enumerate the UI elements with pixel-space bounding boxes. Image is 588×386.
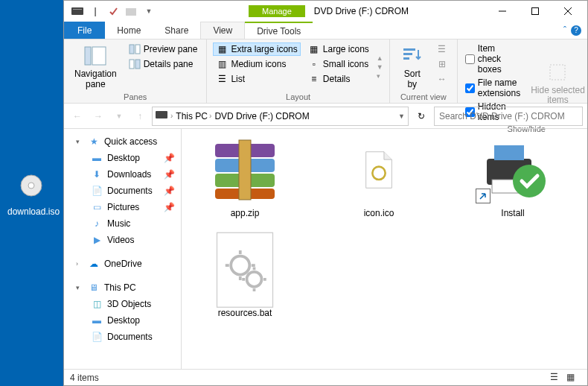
svg-rect-6 — [532, 8, 539, 15]
ribbon: Navigation pane Preview pane Details pan… — [64, 39, 587, 104]
nav-pc-documents[interactable]: 📄Documents — [64, 329, 181, 345]
search-box[interactable] — [434, 107, 583, 126]
minimize-button[interactable] — [486, 1, 519, 22]
close-button[interactable] — [552, 1, 584, 22]
nav-this-pc[interactable]: ▾🖥This PC — [64, 279, 181, 296]
details-view-icon[interactable]: ☰ — [550, 372, 565, 384]
nav-documents[interactable]: 📄Documents📌 — [64, 183, 181, 199]
nav-quick-access[interactable]: ▾★Quick access — [64, 133, 181, 150]
large-icons-view-icon[interactable]: ▦ — [566, 372, 581, 384]
search-input[interactable] — [435, 111, 582, 121]
file-tab[interactable]: File — [64, 22, 105, 39]
forward-button[interactable]: → — [89, 107, 107, 125]
details-view-button[interactable]: ≡Details — [305, 72, 372, 86]
preview-pane-button[interactable]: Preview pane — [126, 42, 201, 56]
navigation-pane-icon — [83, 44, 107, 68]
view-tab[interactable]: View — [200, 22, 245, 39]
qat-dropdown-icon[interactable]: ▼ — [141, 4, 156, 19]
svg-rect-4 — [126, 8, 136, 16]
3d-icon: ◫ — [91, 298, 103, 310]
manage-context-tab[interactable]: Manage — [249, 5, 305, 17]
add-columns-icon[interactable]: ⊞ — [433, 57, 451, 71]
file-app-zip[interactable]: app.zip — [196, 136, 293, 218]
list-button[interactable]: ☰List — [213, 72, 300, 86]
file-icon-ico[interactable]: icon.ico — [330, 136, 427, 218]
bat-file-icon — [208, 236, 282, 303]
address-bar: ← → ▼ ↑ › This PC› DVD Drive (F:) CDROM … — [64, 104, 587, 129]
printer-shortcut-icon — [476, 136, 550, 203]
file-label: Install — [464, 208, 561, 218]
collapse-icon[interactable]: ▾ — [76, 284, 83, 291]
file-resources-bat[interactable]: resources.bat — [196, 236, 293, 318]
size-columns-icon[interactable]: ↔ — [433, 72, 451, 86]
details-pane-icon — [129, 58, 141, 70]
svg-rect-3 — [73, 9, 82, 10]
up-button[interactable]: ↑ — [131, 107, 149, 125]
cloud-icon: ☁ — [88, 258, 100, 270]
drive-icon — [70, 4, 85, 19]
current-view-group: Sort by ☰ ⊞ ↔ Current view — [390, 39, 458, 103]
qat-properties-icon[interactable] — [106, 4, 121, 19]
breadcrumb-location[interactable]: DVD Drive (F:) CDROM — [214, 111, 309, 121]
expand-icon[interactable]: › — [76, 260, 83, 268]
qat-new-folder-icon[interactable] — [124, 4, 138, 19]
nav-3d-objects[interactable]: ◫3D Objects — [64, 296, 181, 312]
nav-downloads[interactable]: ⬇Downloads📌 — [64, 166, 181, 183]
extra-large-icons-button[interactable]: ▦Extra large icons — [213, 42, 300, 56]
svg-rect-15 — [403, 48, 415, 51]
small-icons-button[interactable]: ▫Small icons — [305, 57, 372, 71]
titlebar: | ▼ Manage DVD Drive (F:) CDROM — [64, 1, 587, 22]
details-pane-button[interactable]: Details pane — [126, 57, 201, 71]
ribbon-tabs: File Home Share View Drive Tools ˆ ? — [64, 22, 587, 39]
share-tab[interactable]: Share — [153, 22, 200, 39]
svg-rect-9 — [85, 47, 91, 65]
address-box[interactable]: › This PC› DVD Drive (F:) CDROM ▼ — [152, 107, 409, 126]
recent-dropdown-icon[interactable]: ▼ — [110, 107, 128, 125]
svg-rect-11 — [130, 45, 134, 54]
file-extensions-toggle[interactable]: File name extensions — [464, 77, 522, 99]
medium-icons-button[interactable]: ▥Medium icons — [213, 57, 300, 71]
group-by-icon[interactable]: ☰ — [433, 42, 451, 56]
item-checkboxes-toggle[interactable]: Item check boxes — [464, 42, 522, 75]
nav-onedrive[interactable]: ›☁OneDrive — [64, 256, 181, 272]
maximize-button[interactable] — [519, 1, 552, 22]
file-install[interactable]: Install — [464, 136, 561, 218]
address-dropdown-icon[interactable]: ▼ — [398, 113, 405, 120]
archive-icon — [208, 136, 282, 203]
nav-music[interactable]: ♪Music — [64, 215, 181, 232]
help-icon[interactable]: ? — [571, 25, 581, 36]
refresh-button[interactable]: ↻ — [412, 107, 431, 126]
chevron-right-icon[interactable]: › — [209, 112, 211, 120]
drive-tools-tab[interactable]: Drive Tools — [245, 22, 313, 39]
layout-scroll-up-icon[interactable]: ▲ — [377, 54, 383, 62]
svg-rect-13 — [130, 60, 134, 69]
desktop-file[interactable]: download.iso — [7, 168, 55, 217]
home-tab[interactable]: Home — [105, 22, 153, 39]
large-icons-button[interactable]: ▦Large icons — [305, 42, 372, 56]
iso-icon — [13, 168, 49, 203]
svg-rect-10 — [92, 47, 106, 65]
svg-point-1 — [28, 183, 34, 189]
nav-desktop[interactable]: ▬Desktop📌 — [64, 150, 181, 166]
current-view-label: Current view — [396, 91, 451, 101]
svg-rect-25 — [239, 140, 251, 200]
sort-by-button[interactable]: Sort by — [396, 42, 429, 91]
breadcrumb-this-pc[interactable]: This PC› — [176, 111, 211, 121]
svg-rect-28 — [494, 145, 524, 160]
nav-pictures[interactable]: ▭Pictures📌 — [64, 199, 181, 215]
layout-label: Layout — [213, 91, 383, 101]
nav-pc-desktop[interactable]: ▬Desktop — [64, 312, 181, 329]
file-list[interactable]: app.zip icon.ico Install resources.bat — [182, 129, 587, 369]
navigation-pane-button[interactable]: Navigation pane — [70, 42, 121, 91]
shortcut-arrow-icon — [476, 189, 490, 203]
pin-icon: 📌 — [164, 202, 175, 212]
collapse-icon[interactable]: ▾ — [76, 138, 83, 145]
nav-videos[interactable]: ▶Videos — [64, 232, 181, 248]
back-button[interactable]: ← — [68, 107, 86, 125]
layout-expand-icon[interactable]: ▾ — [377, 72, 383, 80]
collapse-ribbon-icon[interactable]: ˆ — [563, 25, 566, 36]
svg-point-30 — [513, 165, 546, 197]
navigation-pane: ▾★Quick access ▬Desktop📌 ⬇Downloads📌 📄Do… — [64, 129, 182, 369]
chevron-right-icon[interactable]: › — [170, 112, 173, 120]
layout-scroll-down-icon[interactable]: ▼ — [377, 63, 383, 71]
